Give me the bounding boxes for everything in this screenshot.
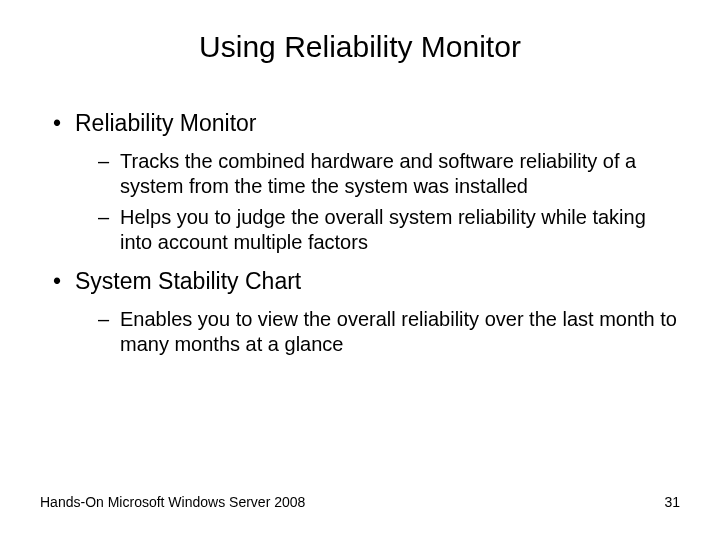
sub-bullet-tracks: Tracks the combined hardware and softwar… <box>45 149 680 199</box>
bullet-stability-chart: System Stability Chart <box>45 267 680 297</box>
slide-title: Using Reliability Monitor <box>40 30 680 64</box>
slide-container: Using Reliability Monitor Reliability Mo… <box>0 0 720 540</box>
bullet-reliability-monitor: Reliability Monitor <box>45 109 680 139</box>
footer-source: Hands-On Microsoft Windows Server 2008 <box>40 494 305 510</box>
sub-bullet-helps-judge: Helps you to judge the overall system re… <box>45 205 680 255</box>
bullet-label: System Stability Chart <box>75 268 301 294</box>
sub-bullet-enables-view: Enables you to view the overall reliabil… <box>45 307 680 357</box>
page-number: 31 <box>664 494 680 510</box>
slide-content: Reliability Monitor Tracks the combined … <box>40 109 680 357</box>
sub-bullet-text: Tracks the combined hardware and softwar… <box>120 150 636 197</box>
bullet-label: Reliability Monitor <box>75 110 257 136</box>
sub-bullet-text: Helps you to judge the overall system re… <box>120 206 646 253</box>
sub-bullet-text: Enables you to view the overall reliabil… <box>120 308 677 355</box>
slide-footer: Hands-On Microsoft Windows Server 2008 3… <box>40 494 680 510</box>
